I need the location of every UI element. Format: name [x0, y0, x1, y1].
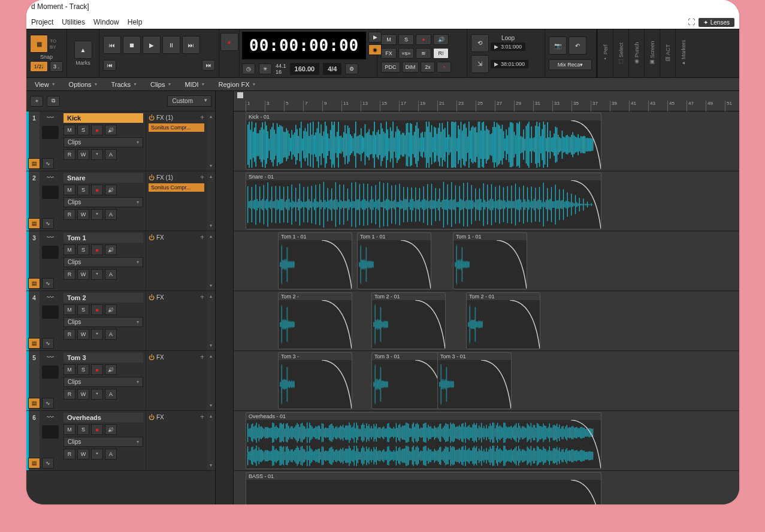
fx-power-icon[interactable]: ⏻ [149, 234, 155, 241]
time-ruler[interactable]: 1357911131517192123252729313335373941434… [234, 91, 739, 111]
menu-help[interactable]: Help [128, 18, 143, 26]
track-waveform-icon[interactable]: ∿ [42, 278, 54, 289]
track-waveform-icon[interactable]: ∿ [42, 398, 54, 409]
rewind-button[interactable]: ⏮ [103, 36, 121, 54]
goto-end-button[interactable]: ⏭ [202, 60, 215, 71]
track-automation-*[interactable]: * [91, 209, 103, 220]
menu-project[interactable]: Project [31, 18, 53, 26]
track-arm-button[interactable] [91, 185, 103, 195]
loop-out[interactable]: ▶ 38:01:000 [491, 60, 528, 68]
viewbar-regionfx[interactable]: Region FX▼ [213, 80, 262, 89]
fx-power-icon[interactable]: ⏻ [149, 414, 155, 421]
sidetab-perf[interactable]: ▪Perf [597, 29, 613, 77]
snap-toggle[interactable]: ▦ [30, 35, 48, 53]
audio-clip[interactable]: Tom 1 - 01 [357, 232, 431, 289]
fx-power-icon[interactable]: ⏻ [149, 174, 155, 181]
clip-fadeout[interactable] [401, 240, 431, 289]
record-button[interactable]: ● [220, 33, 238, 51]
timecode-display[interactable]: 00:00:00:00 [242, 32, 366, 59]
audio-clip[interactable]: Overheads - 01 [246, 412, 601, 469]
track-automation-A[interactable]: A [105, 269, 117, 280]
track-automation-W[interactable]: W [77, 389, 89, 400]
monitor-button[interactable]: 🔊 [433, 34, 449, 45]
clip-fadeout[interactable] [497, 240, 527, 289]
ffwd-button[interactable]: ⏭ [182, 36, 200, 54]
loop-toggle-icon[interactable]: ⟲ [471, 34, 489, 52]
viewbar-view[interactable]: View▼ [29, 80, 62, 89]
sidetab-screen[interactable]: ▣Screen [644, 29, 660, 77]
track-name[interactable]: Tom 2 [64, 293, 143, 303]
sends-button[interactable]: «s» [398, 48, 414, 59]
sidetab-punch[interactable]: ◉Punch [628, 29, 644, 77]
loop-in[interactable]: ▶ 3:01:000 [491, 43, 525, 51]
fx-power-icon[interactable]: ⏻ [149, 294, 155, 301]
track-fx-chip[interactable]: Sonitus Compr... [149, 183, 204, 192]
track-folder-button[interactable]: ⧉ [47, 96, 60, 107]
audio-clip[interactable]: Kick - 01 [246, 113, 601, 170]
track-automation-W[interactable]: W [77, 269, 89, 280]
now-marker[interactable] [237, 92, 243, 98]
marks-button[interactable]: ▲ [74, 41, 92, 59]
track-fx-header[interactable]: ⏻ FX (1)+ [149, 113, 204, 122]
track-edit-filter-icon[interactable]: ▤ [28, 278, 40, 289]
pause-button[interactable]: ⏸ [162, 36, 180, 54]
track-fx-header[interactable]: ⏻ FX+ [149, 233, 204, 241]
clip-fadeout[interactable] [322, 240, 352, 289]
track-preset-dropdown[interactable]: Custom [167, 95, 211, 107]
fx-bypass-button[interactable]: FX [381, 48, 397, 59]
viewbar-clips[interactable]: Clips▼ [144, 80, 177, 89]
clip-fadeout[interactable] [571, 480, 601, 504]
track-automation-R[interactable]: R [64, 329, 75, 340]
timesig-value[interactable]: 4/4 [323, 63, 341, 75]
audio-clip[interactable]: BASS - 01 [246, 472, 601, 504]
track-fx-header[interactable]: ⏻ FX (1)+ [149, 173, 204, 182]
fx-add-icon[interactable]: + [200, 413, 204, 421]
track-clips-dropdown[interactable]: Clips [64, 257, 143, 267]
clip-fadeout[interactable] [322, 360, 352, 409]
audio-clip[interactable]: Tom 3 - 01 [371, 352, 446, 409]
track-lane[interactable]: BASS - 01 [234, 471, 739, 504]
tempo-tools-icon[interactable]: ⚙ [345, 64, 358, 74]
track-lane[interactable]: Tom 2 - Tom 2 - 01 Tom 2 - 01 [234, 291, 739, 351]
pdc-button[interactable]: PDC [381, 62, 400, 72]
sidetab-act[interactable]: ▤ACT [660, 29, 675, 77]
viewbar-options[interactable]: Options▼ [63, 80, 104, 89]
track-automation-*[interactable]: * [91, 389, 103, 400]
mute-button[interactable]: M [381, 34, 397, 45]
track-automation-A[interactable]: A [105, 329, 117, 340]
arm-button[interactable]: ● [416, 34, 431, 45]
sidetab-select[interactable]: ⬚Select [613, 29, 628, 77]
viewbar-midi[interactable]: MIDI▼ [179, 80, 211, 89]
track-clips-dropdown[interactable]: Clips [64, 377, 143, 387]
timeline[interactable]: 1357911131517192123252729313335373941434… [234, 91, 739, 504]
speed-button[interactable]: 2x [421, 62, 435, 72]
track-waveform-icon[interactable]: ∿ [42, 158, 54, 169]
dim-button[interactable]: DIM [402, 62, 419, 72]
track-monitor-button[interactable] [105, 304, 117, 315]
fx-add-icon[interactable]: + [200, 233, 204, 241]
track-automation-*[interactable]: * [91, 449, 103, 460]
track-automation-R[interactable]: R [64, 389, 75, 400]
screenshot-button[interactable]: 📷 [549, 37, 567, 55]
track-mute-button[interactable]: M [64, 364, 75, 375]
sidetab-markers[interactable]: ▸Markers [675, 29, 691, 77]
track-collapse[interactable]: ▴▾ [207, 171, 215, 231]
track-lane[interactable]: Kick - 01 [234, 111, 739, 171]
fullscreen-icon[interactable]: ⛶ [688, 18, 695, 26]
track-clips-dropdown[interactable]: Clips [64, 137, 143, 147]
audio-clip[interactable]: Snare - 01 [246, 173, 601, 229]
menu-utilities[interactable]: Utilities [62, 18, 85, 26]
track-edit-filter-icon[interactable]: ▤ [28, 398, 40, 409]
stop-button[interactable]: ⏹ [123, 36, 141, 54]
track-mute-button[interactable]: M [64, 304, 75, 315]
fx-power-icon[interactable]: ⏻ [149, 114, 155, 121]
solo-button[interactable]: S [398, 34, 414, 45]
punch-toggle-icon[interactable]: ⇲ [471, 55, 489, 73]
clip-fadeout[interactable] [571, 120, 601, 169]
audio-clip[interactable]: Tom 2 - [278, 292, 352, 349]
track-fx-header[interactable]: ⏻ FX+ [149, 413, 204, 421]
lenses-button[interactable]: ✦ Lenses [699, 18, 734, 27]
viewbar-tracks[interactable]: Tracks▼ [105, 80, 143, 89]
track-mute-button[interactable]: M [64, 125, 75, 135]
track-waveform-icon[interactable]: ∿ [42, 458, 54, 468]
